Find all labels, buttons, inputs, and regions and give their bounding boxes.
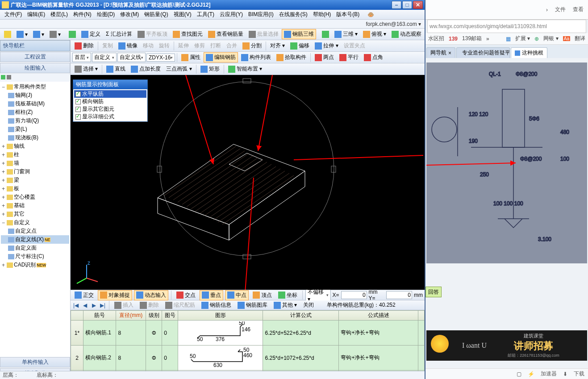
box-button[interactable] bbox=[320, 29, 331, 39]
osnap-toggle[interactable]: 对象捕捉 bbox=[98, 290, 132, 300]
answer-button[interactable]: 回答 bbox=[425, 287, 442, 297]
save-button[interactable]: ▾ bbox=[14, 29, 30, 39]
row2-dia[interactable]: 8 bbox=[116, 346, 146, 371]
two-pt-button[interactable]: 两点 bbox=[313, 52, 336, 62]
ad-banner[interactable]: I ωant U 建筑课堂 讲师招募 邮箱：2261781153@qq.com bbox=[426, 330, 587, 361]
tree-f4[interactable]: 梁 bbox=[14, 176, 19, 184]
br-next-icon[interactable]: › bbox=[546, 7, 548, 13]
row1-formula[interactable]: 6.25*d+522+6.25*d bbox=[263, 321, 339, 346]
menu-version[interactable]: 版本号(B) bbox=[334, 10, 362, 19]
menu-edit[interactable]: 编辑(E) bbox=[25, 10, 48, 19]
bank-icon[interactable]: ⊕ bbox=[534, 36, 539, 42]
edit-rebar-button[interactable]: 编辑钢筋 bbox=[204, 52, 238, 62]
th-formula[interactable]: 计算公式 bbox=[263, 311, 339, 321]
menu-component[interactable]: 构件(N) bbox=[71, 10, 94, 19]
tree-custom[interactable]: 自定义 bbox=[14, 219, 30, 226]
menu-modify[interactable]: 修改(M) bbox=[117, 10, 142, 19]
trim-tool[interactable]: 修剪 bbox=[192, 41, 207, 51]
delete-tool[interactable]: 删除 bbox=[72, 41, 96, 51]
rebar-lib-button[interactable]: 钢筋图库 bbox=[235, 300, 270, 310]
first-button[interactable]: |◀ bbox=[72, 302, 79, 308]
tree-raft[interactable]: 筏板基础(M) bbox=[15, 100, 45, 108]
tree-wall[interactable]: 剪力墙(Q) bbox=[15, 117, 39, 125]
tree-c3[interactable]: 尺寸标注(C) bbox=[15, 253, 44, 260]
menu-floor[interactable]: 楼层(L) bbox=[48, 10, 71, 19]
row2-code[interactable]: 0 bbox=[162, 346, 178, 371]
table-row[interactable]: 1* 横向钢筋.1 8 Φ 0 50 376 146 50 bbox=[71, 321, 425, 346]
ortho-button[interactable]: 俯视 ▾ bbox=[361, 29, 388, 39]
vertex-snap[interactable]: 顶点 bbox=[250, 290, 274, 300]
nav-single[interactable]: 单构件输入 bbox=[0, 357, 70, 367]
tree-c2[interactable]: 自定义面 bbox=[15, 244, 37, 252]
props-button[interactable]: 属性 bbox=[179, 52, 203, 62]
fav-trans[interactable]: 翻译 bbox=[575, 35, 585, 42]
minimize-button[interactable]: – bbox=[392, 1, 401, 9]
tree-f8[interactable]: 其它 bbox=[14, 210, 25, 218]
row1-name[interactable]: 横向钢筋.1 bbox=[83, 321, 116, 346]
custom-line-select[interactable]: 自定义线 bbox=[117, 53, 146, 62]
fav-2[interactable]: 139邮箱 bbox=[462, 35, 482, 42]
tree-axis[interactable]: 轴网(J) bbox=[15, 92, 32, 99]
th-code[interactable]: 图号 bbox=[162, 311, 178, 321]
arc-tool[interactable]: 三点画弧 ▾ bbox=[164, 64, 194, 74]
rebar-info-button[interactable]: 钢筋信息 bbox=[199, 300, 234, 310]
last-button[interactable]: ▶| bbox=[99, 302, 106, 308]
tree-f0[interactable]: 轴线 bbox=[14, 142, 25, 150]
row1-desc[interactable]: 弯钩+净长+弯钩 bbox=[339, 321, 418, 346]
align-tool[interactable]: 对齐 ▾ bbox=[268, 41, 287, 51]
row1-code[interactable]: 0 bbox=[162, 321, 178, 346]
menu-cloud[interactable]: 云应用(Y) bbox=[217, 10, 246, 19]
row2-grade[interactable]: Φ bbox=[146, 346, 162, 371]
nav-project[interactable]: 工程设置 bbox=[0, 52, 70, 62]
sigma-button[interactable]: Σ 汇总计算 bbox=[104, 29, 134, 39]
floor-select[interactable]: 首层 bbox=[72, 53, 91, 62]
dl-icon[interactable]: ⬇ bbox=[563, 371, 567, 377]
copy-tool[interactable]: 复制 bbox=[100, 41, 115, 51]
other-button[interactable]: 其他 ▾ bbox=[271, 300, 299, 310]
select-tool[interactable]: 选择 ▾ bbox=[72, 64, 100, 74]
th-grade[interactable]: 级别 bbox=[146, 311, 162, 321]
zdyx-select[interactable]: ZDYX-16 bbox=[146, 54, 175, 62]
scale-button[interactable]: 缩尺配筋 bbox=[163, 300, 197, 310]
define-button[interactable]: 定义 bbox=[79, 29, 103, 39]
rect-tool[interactable]: 矩形 bbox=[198, 64, 222, 74]
x-input[interactable] bbox=[341, 291, 367, 299]
menu-draw[interactable]: 绘图(D) bbox=[94, 10, 118, 19]
tree-col[interactable]: 框柱(Z) bbox=[15, 108, 33, 116]
comp-list-button[interactable]: 构件列表 bbox=[239, 52, 273, 62]
menu-rebar[interactable]: 钢筋量(Q) bbox=[142, 10, 171, 19]
menu-view[interactable]: 视图(V) bbox=[171, 10, 194, 19]
merge-tool[interactable]: 合并 bbox=[224, 41, 239, 51]
mid-snap[interactable]: 中点 bbox=[225, 290, 249, 300]
extend-tool[interactable]: 延伸 bbox=[176, 41, 191, 51]
pt-ext-tool[interactable]: 点加长度 bbox=[129, 64, 163, 74]
pick-comp-button[interactable]: 拾取构件 bbox=[274, 52, 309, 62]
break-tool[interactable]: 打断 bbox=[208, 41, 223, 51]
rebar-table[interactable]: 筋号 直径(mm) 级别 图号 图形 计算公式 公式描述 1* 横向钢筋.1 bbox=[71, 310, 425, 379]
custom-select[interactable]: 自定义 bbox=[92, 53, 117, 62]
parallel-button[interactable]: 平行 bbox=[337, 52, 361, 62]
y-input[interactable] bbox=[386, 291, 412, 299]
menu-help[interactable]: 帮助(H) bbox=[310, 10, 334, 19]
row1-dia[interactable]: 8 bbox=[116, 321, 146, 346]
rotate-tool[interactable]: 旋转 bbox=[157, 41, 172, 51]
tree-f6[interactable]: 空心楼盖 bbox=[14, 193, 35, 201]
tree-c0[interactable]: 自定义点 bbox=[15, 227, 37, 235]
tree-beam[interactable]: 梁(L) bbox=[15, 125, 27, 133]
grip-tool[interactable]: 设置夹点 bbox=[342, 41, 367, 51]
row2-formula[interactable]: 6.25*d+1072+6.25*d bbox=[263, 346, 339, 371]
rebar-3d-button[interactable]: 钢筋三维 bbox=[282, 29, 316, 39]
br-view[interactable]: 查看 bbox=[573, 6, 584, 13]
component-tree[interactable]: −常用构件类型 轴网(J) 筏板基础(M) 框柱(Z) 剪力墙(Q) 梁(L) … bbox=[0, 82, 70, 357]
undo-button[interactable]: ▾ bbox=[31, 29, 46, 39]
fav-bank[interactable]: 网银 ▾ bbox=[543, 35, 558, 42]
prev-button[interactable]: ◀ bbox=[81, 302, 88, 308]
address-bar[interactable]: ww.fwxgx.com/question/gimq/detail/131092… bbox=[427, 20, 586, 33]
nav-draw[interactable]: 绘图输入 bbox=[0, 63, 70, 73]
grid-delete-button[interactable]: 删除 bbox=[138, 300, 161, 310]
plus-icon[interactable] bbox=[1, 75, 5, 79]
tab-close-icon[interactable]: × bbox=[448, 50, 451, 56]
tab-3[interactable]: 这种挑根 bbox=[511, 47, 547, 58]
split-tool[interactable]: 分割 bbox=[240, 41, 264, 51]
menu-bim[interactable]: BIM应用(I) bbox=[246, 10, 276, 19]
